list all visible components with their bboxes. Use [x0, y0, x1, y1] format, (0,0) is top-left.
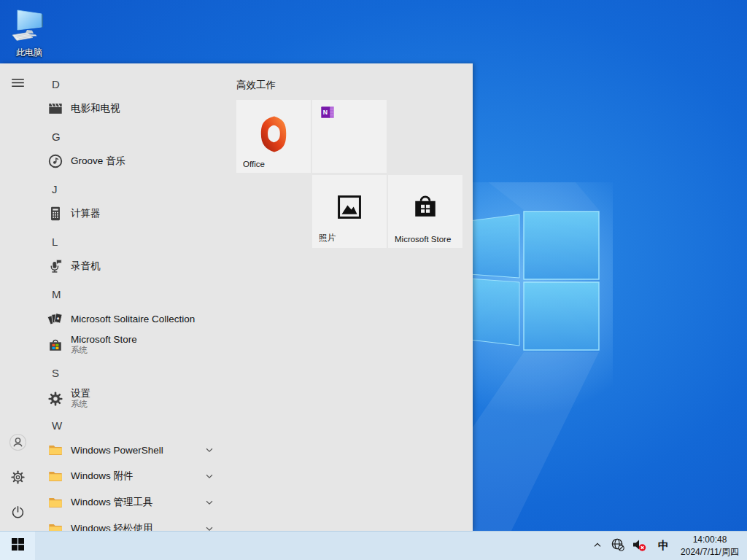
clock-date: 2024/7/11/周四	[677, 546, 743, 558]
tile-microsoft-store[interactable]: Microsoft Store	[388, 175, 462, 248]
folder-item-label: Windows 附件	[71, 470, 133, 483]
header-label: S	[52, 367, 59, 379]
app-item-label: 设置	[71, 388, 90, 400]
clock-time: 14:00:48	[677, 534, 743, 545]
tile-label: Microsoft Store	[395, 235, 460, 244]
app-item-voice-recorder[interactable]: 录音机	[35, 256, 222, 276]
tile-onenote[interactable]: N	[312, 100, 387, 173]
photos-icon	[337, 195, 363, 220]
folder-item-windows-ease-of-access[interactable]: Windows 轻松使用	[35, 518, 222, 531]
tile-group-title[interactable]: 高效工作	[236, 79, 276, 92]
folder-item-label: Windows 管理工具	[71, 496, 153, 509]
folder-item-windows-accessories[interactable]: Windows 附件	[35, 466, 222, 486]
ime-indicator[interactable]: 中	[650, 532, 677, 560]
start-button[interactable]	[0, 532, 35, 560]
system-tray: 中 14:00:48 2024/7/11/周四	[588, 532, 747, 560]
chevron-up-icon	[592, 539, 603, 553]
office-icon	[252, 113, 295, 155]
power-icon	[10, 505, 26, 523]
desktop: 此电脑	[0, 0, 747, 560]
hamburger-icon	[10, 75, 26, 93]
tile-photos[interactable]: 照片	[312, 175, 387, 248]
gear-icon	[10, 470, 26, 488]
network-globe-offline-icon	[611, 537, 624, 554]
folder-icon	[47, 521, 63, 531]
chevron-down-icon	[204, 497, 214, 508]
network-status-button[interactable]	[607, 532, 628, 560]
app-item-settings[interactable]: 设置 系统	[35, 386, 222, 412]
desktop-icon-this-pc[interactable]: 此电脑	[7, 7, 51, 59]
header-label: G	[52, 131, 61, 143]
tile-label: Office	[243, 160, 309, 168]
app-item-solitaire[interactable]: ♠ Microsoft Solitaire Collection	[35, 308, 222, 329]
header-label: W	[52, 419, 62, 432]
groove-music-icon	[47, 153, 63, 169]
app-list-header-D[interactable]: D	[35, 75, 222, 93]
taskbar-clock[interactable]: 14:00:48 2024/7/11/周四	[677, 534, 747, 557]
start-menu-app-list: D 电影和电视 G	[35, 63, 225, 531]
desktop-icon-label: 此电脑	[16, 47, 42, 59]
volume-muted-icon	[632, 537, 646, 555]
app-list-header-L[interactable]: L	[35, 233, 222, 250]
folder-item-label: Windows PowerShell	[71, 445, 163, 456]
movies-tv-icon	[47, 101, 63, 117]
app-item-label: Microsoft Solitaire Collection	[71, 314, 195, 324]
chevron-down-icon	[204, 524, 214, 531]
folder-item-label: Windows 轻松使用	[71, 522, 153, 531]
chevron-down-icon	[204, 445, 214, 455]
header-label: D	[52, 78, 60, 90]
power-button[interactable]	[0, 496, 35, 531]
settings-button[interactable]	[0, 461, 35, 496]
app-item-calculator[interactable]: 计算器	[35, 203, 222, 224]
chevron-down-icon	[204, 471, 214, 481]
user-avatar-icon	[9, 433, 27, 454]
folder-item-windows-powershell[interactable]: Windows PowerShell	[35, 440, 222, 460]
app-item-label: Groove 音乐	[71, 155, 125, 168]
app-item-sublabel: 系统	[71, 400, 90, 410]
app-item-sublabel: 系统	[71, 346, 137, 356]
ime-chinese-label: 中	[654, 539, 673, 553]
folder-icon	[47, 494, 63, 510]
app-item-groove-music[interactable]: Groove 音乐	[35, 151, 222, 171]
settings-gear-icon	[47, 391, 63, 407]
app-item-label: 计算器	[71, 207, 101, 220]
folder-icon	[47, 468, 63, 484]
app-item-microsoft-store[interactable]: Microsoft Store 系统	[35, 332, 222, 358]
taskbar: 中 14:00:48 2024/7/11/周四	[0, 531, 747, 560]
microsoft-store-icon	[409, 191, 441, 223]
svg-text:N: N	[323, 109, 328, 116]
app-list-header-G[interactable]: G	[35, 128, 222, 145]
windows-logo-icon	[12, 538, 24, 553]
volume-button[interactable]	[628, 532, 650, 560]
app-list-header-W[interactable]: W	[35, 416, 222, 434]
folder-icon	[47, 442, 63, 458]
header-label: J	[52, 183, 58, 195]
solitaire-icon: ♠	[47, 311, 63, 327]
start-menu-tiles: 高效工作 Office	[236, 63, 473, 531]
this-pc-icon	[10, 32, 48, 44]
voice-recorder-icon	[47, 258, 63, 274]
tile-label: 照片	[319, 233, 384, 244]
app-list-header-S[interactable]: S	[35, 364, 222, 381]
header-label: L	[52, 236, 58, 248]
start-menu: D 电影和电视 G	[0, 63, 473, 531]
app-item-movies-tv[interactable]: 电影和电视	[35, 98, 222, 119]
start-menu-rail	[0, 63, 35, 531]
app-list-header-J[interactable]: J	[35, 180, 222, 198]
app-list-header-M[interactable]: M	[35, 285, 222, 303]
onenote-icon: N	[320, 104, 336, 120]
user-account-button[interactable]	[0, 426, 35, 461]
app-item-label: 录音机	[71, 260, 101, 273]
folder-item-windows-admin-tools[interactable]: Windows 管理工具	[35, 492, 222, 513]
expand-menu-button[interactable]	[0, 66, 35, 101]
show-hidden-icons-button[interactable]	[588, 532, 607, 560]
app-item-label: Microsoft Store	[71, 334, 137, 346]
app-item-label: 电影和电视	[71, 102, 120, 115]
header-label: M	[52, 288, 61, 300]
microsoft-store-icon	[47, 337, 63, 353]
calculator-icon	[47, 206, 63, 222]
tile-office[interactable]: Office	[236, 100, 311, 173]
